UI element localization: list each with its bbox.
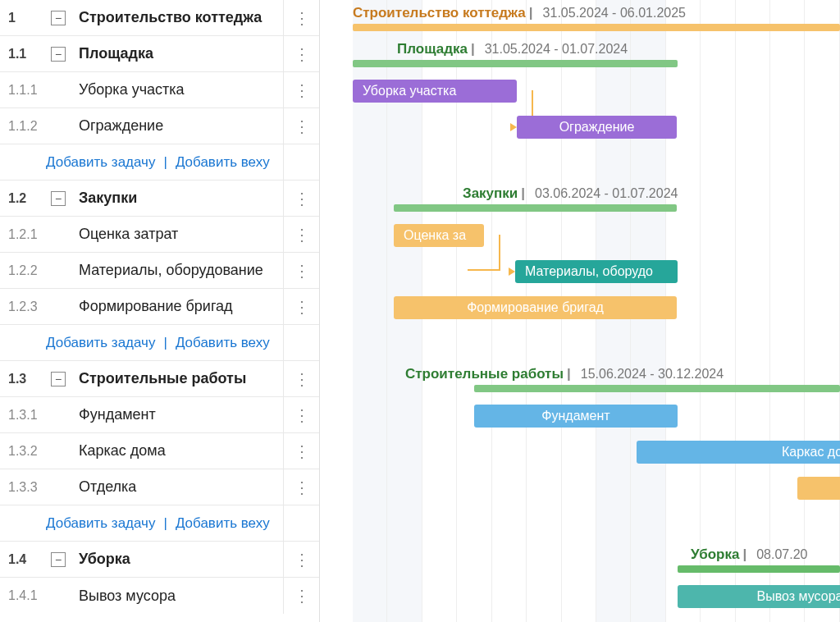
more-icon[interactable]: ⋮ <box>294 304 310 310</box>
gantt-summary-label: Строительные работы|15.06.2024 - 30.12.2… <box>405 366 724 382</box>
task-row[interactable]: 1.3.1 Фундамент ⋮ <box>0 397 319 433</box>
more-icon[interactable]: ⋮ <box>294 123 310 130</box>
collapse-icon[interactable]: − <box>51 47 66 62</box>
task-row[interactable]: 1.3.2 Каркас дома ⋮ <box>0 433 319 469</box>
wbs-number: 1.3.3 <box>8 480 51 495</box>
task-name[interactable]: Формирование бригад <box>79 298 283 315</box>
task-row-group[interactable]: 1.3 − Строительные работы ⋮ <box>0 361 319 397</box>
gantt-summary-label: Закупки|03.06.2024 - 01.07.2024 <box>463 185 678 202</box>
gantt-summary-bar[interactable] <box>353 60 678 67</box>
gantt-task-bar[interactable]: Материалы, оборудо <box>515 260 678 283</box>
task-row-group[interactable]: 1.1 − Площадка ⋮ <box>0 36 319 72</box>
wbs-number: 1.4.1 <box>8 588 51 603</box>
task-name[interactable]: Фундамент <box>79 406 283 423</box>
task-name[interactable]: Уборка участка <box>79 81 283 98</box>
column-resize-handle[interactable] <box>320 0 353 622</box>
gantt-summary-label: Площадка|31.05.2024 - 01.07.2024 <box>397 41 628 57</box>
task-list-panel: 1 − Строительство коттеджа ⋮ 1.1 − Площа… <box>0 0 320 622</box>
more-icon[interactable]: ⋮ <box>294 592 310 599</box>
wbs-number: 1.2.1 <box>8 227 51 242</box>
gantt-summary-label: Строительство коттеджа|31.05.2024 - 06.0… <box>353 5 686 21</box>
task-name[interactable]: Закупки <box>79 190 283 207</box>
collapse-icon[interactable]: − <box>51 552 66 567</box>
gantt-summary-bar[interactable] <box>474 385 840 392</box>
more-icon[interactable]: ⋮ <box>294 15 310 21</box>
more-icon[interactable]: ⋮ <box>294 412 310 418</box>
add-task-link[interactable]: Добавить задачу <box>46 515 155 532</box>
gantt-task-bar[interactable]: Ограждение <box>517 116 677 139</box>
gantt-task-bar[interactable]: Каркас дома <box>637 441 840 464</box>
add-milestone-link[interactable]: Добавить веху <box>176 154 270 171</box>
more-icon[interactable]: ⋮ <box>294 484 310 491</box>
add-row: Добавить задачу | Добавить веху <box>0 505 319 542</box>
task-name[interactable]: Каркас дома <box>79 442 283 460</box>
gantt-summary-label: Уборка|08.07.20 <box>691 547 807 563</box>
wbs-number: 1.3.1 <box>8 408 51 423</box>
task-row[interactable]: 1.2.1 Оценка затрат ⋮ <box>0 217 319 253</box>
task-name[interactable]: Отделка <box>79 478 283 496</box>
add-task-link[interactable]: Добавить задачу <box>46 335 155 351</box>
add-row: Добавить задачу | Добавить веху <box>0 144 319 181</box>
task-name[interactable]: Площадка <box>79 45 283 62</box>
gantt-summary-bar[interactable] <box>678 565 840 573</box>
gantt-chart[interactable]: Строительство коттеджа|31.05.2024 - 06.0… <box>353 0 840 622</box>
gantt-task-bar[interactable]: Оценка за <box>394 224 484 247</box>
gantt-task-bar[interactable]: Вывоз мусора <box>678 585 840 608</box>
task-row[interactable]: 1.3.3 Отделка ⋮ <box>0 469 319 505</box>
more-icon[interactable]: ⋮ <box>294 448 310 455</box>
task-row[interactable]: 1.2.2 Материалы, оборудование ⋮ <box>0 253 319 289</box>
task-row[interactable]: 1.4.1 Вывоз мусора ⋮ <box>0 578 319 614</box>
wbs-number: 1.2 <box>8 191 51 206</box>
wbs-number: 1 <box>8 11 51 25</box>
wbs-number: 1.1 <box>8 47 51 62</box>
more-icon[interactable]: ⋮ <box>294 556 310 563</box>
task-name[interactable]: Вывоз мусора <box>79 588 283 605</box>
task-name[interactable]: Строительные работы <box>79 370 283 387</box>
more-icon[interactable]: ⋮ <box>294 51 310 57</box>
task-name[interactable]: Строительство коттеджа <box>79 9 283 26</box>
collapse-icon[interactable]: − <box>51 11 66 25</box>
wbs-number: 1.3.2 <box>8 444 51 459</box>
task-row-project[interactable]: 1 − Строительство коттеджа ⋮ <box>0 0 319 36</box>
task-name[interactable]: Уборка <box>79 551 283 568</box>
gantt-task-bar[interactable]: Формирование бригад <box>394 296 677 319</box>
task-row[interactable]: 1.1.2 Ограждение ⋮ <box>0 108 319 144</box>
task-name[interactable]: Материалы, оборудование <box>79 262 283 279</box>
task-name[interactable]: Ограждение <box>79 117 283 135</box>
add-milestone-link[interactable]: Добавить веху <box>176 335 270 351</box>
wbs-number: 1.4 <box>8 552 51 567</box>
task-row[interactable]: 1.1.1 Уборка участка ⋮ <box>0 72 319 108</box>
gantt-task-bar[interactable]: Уборка участка <box>353 80 517 103</box>
add-task-link[interactable]: Добавить задачу <box>46 154 155 171</box>
gantt-task-bar[interactable] <box>797 477 840 500</box>
collapse-icon[interactable]: − <box>51 191 66 206</box>
wbs-number: 1.1.2 <box>8 119 51 134</box>
wbs-number: 1.2.3 <box>8 300 51 314</box>
more-icon[interactable]: ⋮ <box>294 268 310 274</box>
more-icon[interactable]: ⋮ <box>294 87 310 94</box>
wbs-number: 1.2.2 <box>8 263 51 278</box>
task-row[interactable]: 1.2.3 Формирование бригад ⋮ <box>0 289 319 325</box>
gantt-summary-bar[interactable] <box>353 24 840 31</box>
gantt-summary-bar[interactable] <box>394 204 677 212</box>
wbs-number: 1.3 <box>8 372 51 386</box>
wbs-number: 1.1.1 <box>8 83 51 98</box>
task-row-group[interactable]: 1.2 − Закупки ⋮ <box>0 181 319 217</box>
add-milestone-link[interactable]: Добавить веху <box>176 515 270 532</box>
gantt-task-bar[interactable]: Фундамент <box>474 405 678 428</box>
task-row-group[interactable]: 1.4 − Уборка ⋮ <box>0 542 319 578</box>
collapse-icon[interactable]: − <box>51 372 66 386</box>
more-icon[interactable]: ⋮ <box>294 231 310 238</box>
add-row: Добавить задачу | Добавить веху <box>0 325 319 361</box>
task-name[interactable]: Оценка затрат <box>79 226 283 243</box>
more-icon[interactable]: ⋮ <box>294 376 310 382</box>
more-icon[interactable]: ⋮ <box>294 195 310 202</box>
